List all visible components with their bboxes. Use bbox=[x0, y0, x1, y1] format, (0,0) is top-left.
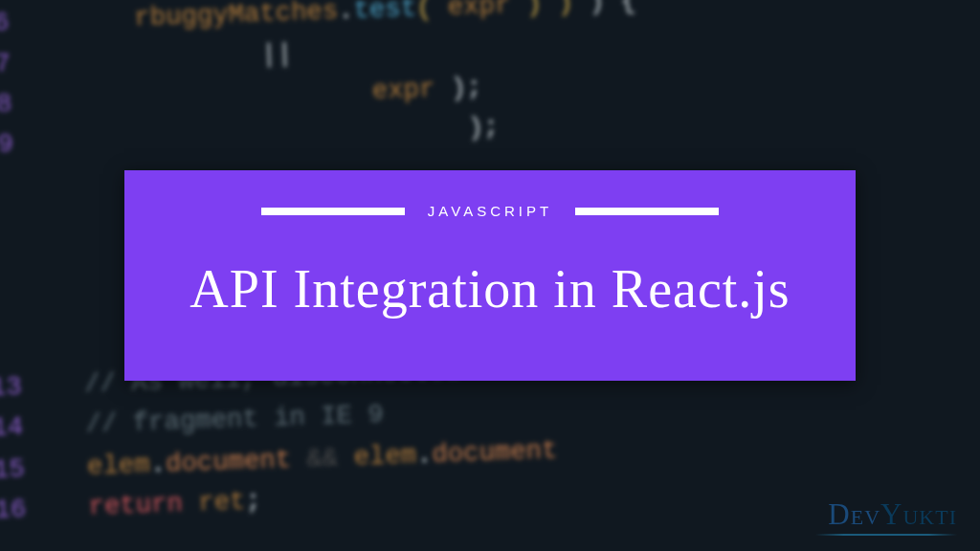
decorative-bar-right bbox=[575, 208, 719, 215]
main-title: API Integration in React.js bbox=[189, 258, 790, 320]
eyebrow-row: JAVASCRIPT bbox=[261, 203, 719, 219]
eyebrow-label: JAVASCRIPT bbox=[428, 203, 552, 219]
brand-seg2: Yukti bbox=[880, 497, 957, 531]
title-card: JAVASCRIPT API Integration in React.js bbox=[124, 170, 856, 381]
decorative-bar-left bbox=[261, 208, 405, 215]
brand-seg1: Dev bbox=[828, 497, 880, 531]
brand-logo: DevYukti bbox=[828, 497, 957, 532]
brand-underline bbox=[815, 534, 957, 536]
